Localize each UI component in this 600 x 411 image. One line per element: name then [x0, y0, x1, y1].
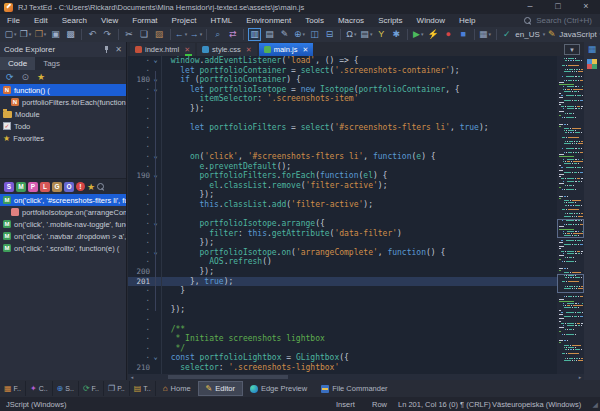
code-line-182[interactable]: · itemSelector: '.screenshots-item': [128, 94, 557, 104]
status-insert-mode[interactable]: Insert: [336, 400, 355, 409]
fold-icon[interactable]: ⌄: [150, 353, 161, 363]
record-macro-button[interactable]: ●: [442, 28, 455, 41]
stop-button[interactable]: ■: [457, 28, 470, 41]
menu-scripts[interactable]: Scripts: [371, 14, 409, 27]
sync-panel-tab[interactable]: ⊕S..: [53, 381, 79, 396]
code-line-195[interactable]: ·⌄ portfolioIsotope.arrange({: [128, 219, 557, 229]
resize-grip[interactable]: ◢: [593, 401, 598, 409]
menu-environment[interactable]: Environment: [239, 14, 298, 27]
horizontal-scroll-thumb[interactable]: [168, 375, 288, 379]
document-tab-style.css[interactable]: style.css✕: [197, 43, 257, 56]
code-line-188[interactable]: ·⌄ on('click', '#screenshots-flters li',…: [128, 152, 557, 162]
code-line-208[interactable]: · */: [128, 344, 557, 354]
add-favorite-icon[interactable]: ★: [37, 72, 45, 82]
clips-panel-tab[interactable]: ✦C..: [26, 381, 53, 396]
cut-button[interactable]: ✂: [123, 28, 136, 41]
code-line-206[interactable]: · /**: [128, 325, 557, 335]
menu-view[interactable]: View: [94, 14, 125, 27]
tree-item[interactable]: ✓Todo: [0, 120, 126, 132]
member-search-icon[interactable]: [97, 183, 105, 191]
code-line-199[interactable]: · AOS.refresh(): [128, 257, 557, 267]
code-line-183[interactable]: · });: [128, 104, 557, 114]
status-row-mode[interactable]: Row: [372, 400, 387, 409]
tab-close-icon[interactable]: ✕: [246, 46, 252, 54]
run-button[interactable]: ▶▾: [412, 28, 425, 41]
menu-search[interactable]: Search: [55, 14, 94, 27]
code-editor[interactable]: ·⌄ window.addEventListener('load', () =>…: [128, 56, 557, 374]
save-all-button[interactable]: ▩: [64, 28, 77, 41]
menu-project[interactable]: Project: [165, 14, 204, 27]
menu-file[interactable]: File: [0, 14, 27, 27]
tab-list-dropdown[interactable]: ▼: [564, 44, 580, 55]
document-tab-index.html[interactable]: index.html✕: [130, 43, 195, 56]
copy-button[interactable]: ❏: [138, 28, 151, 41]
code-line-181[interactable]: ·⌄ let portfolioIsotope = new Isotope(po…: [128, 85, 557, 95]
status-caret-position[interactable]: Ln 201, Col 16 (0) ¶ (CRLF): [398, 400, 491, 409]
tree-item[interactable]: Module: [0, 108, 126, 120]
code-line-210[interactable]: 210 selector: '.screenshots-lightbox': [128, 363, 557, 373]
minimap[interactable]: [557, 56, 584, 374]
member-item[interactable]: portfolioIsotope.on('arrangeComplete', f: [0, 206, 126, 218]
member-item[interactable]: Mon('click', '.navbar .dropdown > a', fu…: [0, 230, 126, 242]
tab-close-icon[interactable]: ✕: [184, 46, 190, 54]
editor-view-button[interactable]: ▥: [248, 28, 261, 41]
language-select[interactable]: en_US▾: [515, 28, 543, 41]
filter-globals-button[interactable]: G: [52, 182, 62, 192]
menu-macros[interactable]: Macros: [331, 14, 371, 27]
code-line-179[interactable]: · let portfolioContainer = select('.scre…: [128, 66, 557, 76]
code-line-200[interactable]: 200 });: [128, 267, 557, 277]
syntax-select[interactable]: JavaScript▾: [560, 28, 599, 41]
validate-button[interactable]: Y: [375, 28, 388, 41]
file-commander-tab[interactable]: File Commander: [314, 381, 394, 396]
redo-button[interactable]: ↷: [101, 28, 114, 41]
pin-icon[interactable]: [103, 46, 110, 53]
files-panel-tab[interactable]: ▦F..: [0, 381, 26, 396]
code-line-194[interactable]: ·: [128, 210, 557, 220]
tree-item[interactable]: ★Favorites: [0, 132, 126, 144]
compare-button[interactable]: ⇄: [226, 28, 239, 41]
forward-button[interactable]: →▾: [189, 28, 202, 41]
status-syntax-mode[interactable]: JScript (Windows): [6, 400, 66, 409]
undo-button[interactable]: ↶: [86, 28, 99, 41]
code-line-203[interactable]: ·: [128, 296, 557, 306]
explorer-tab-code[interactable]: Code: [0, 57, 35, 70]
document-button[interactable]: ▤: [263, 28, 276, 41]
code-line-191[interactable]: · el.classList.remove('filter-active');: [128, 181, 557, 191]
code-line-209[interactable]: ·⌄ const portfolioLightbox = GLightbox({: [128, 353, 557, 363]
edge-preview-tab[interactable]: Edge Preview: [243, 381, 314, 396]
open-folder-button[interactable]: ❐▾: [19, 28, 32, 41]
code-line-190[interactable]: 190⌄ portfolioFilters.forEach(function(e…: [128, 171, 557, 181]
code-line-197[interactable]: · });: [128, 238, 557, 248]
edit-document-button[interactable]: ✎: [278, 28, 291, 41]
split-vertical-button[interactable]: ⊟: [323, 28, 336, 41]
code-line-207[interactable]: · * Initiate screenshots lightbox: [128, 334, 557, 344]
back-button[interactable]: ←▾: [174, 28, 187, 41]
minimize-button[interactable]: –: [516, 0, 544, 14]
save-button[interactable]: ▣: [49, 28, 62, 41]
close-button[interactable]: ×: [572, 0, 600, 14]
favorites-filter-button[interactable]: ★: [87, 182, 95, 192]
menu-format[interactable]: Format: [125, 14, 164, 27]
fold-icon[interactable]: ⌄: [150, 56, 161, 66]
code-line-184[interactable]: ·: [128, 114, 557, 124]
options-icon[interactable]: ⊙: [22, 72, 30, 82]
menu-tools[interactable]: Tools: [298, 14, 331, 27]
filter-objects-button[interactable]: O: [64, 182, 74, 192]
code-line-196[interactable]: · filter: this.getAttribute('data-filter…: [128, 229, 557, 239]
filter-properties-button[interactable]: P: [28, 182, 38, 192]
search-box[interactable]: Search (Ctrl+H): [524, 16, 592, 25]
browser-button[interactable]: ⊕▾: [293, 28, 306, 41]
code-line-205[interactable]: ·: [128, 315, 557, 325]
code-line-193[interactable]: · this.classList.add('filter-active');: [128, 200, 557, 210]
member-item[interactable]: Mon('click', '.scrollto', function(e) (: [0, 242, 126, 254]
filter-labels-button[interactable]: L: [40, 182, 50, 192]
document-tab-main.js[interactable]: main.js✕: [259, 43, 314, 56]
member-item[interactable]: Mon('click', '.mobile-nav-toggle', funct…: [0, 218, 126, 230]
code-line-185[interactable]: · let portfolioFilters = select('#screen…: [128, 123, 557, 133]
new-file-button[interactable]: ▢▾: [4, 28, 17, 41]
layout-grid-button[interactable]: ▦▾: [479, 28, 492, 41]
plugin-icon[interactable]: [587, 59, 597, 69]
edit-syntax-icon[interactable]: ✎: [545, 28, 558, 41]
code-line-180[interactable]: 180⌄ if (portfolioContainer) {: [128, 75, 557, 85]
editor-view-tab[interactable]: ✎Editor: [198, 381, 243, 396]
